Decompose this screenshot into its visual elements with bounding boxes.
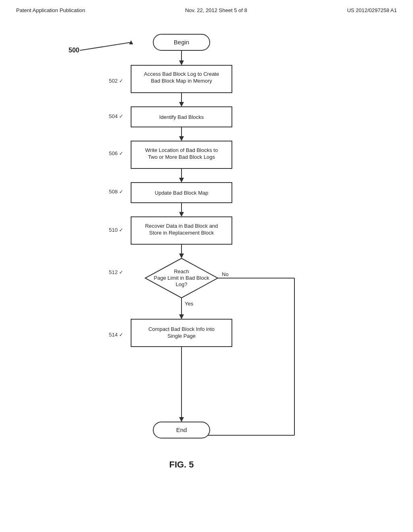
step508-id: 508 ✓ — [109, 189, 123, 195]
step506-id: 506 ✓ — [109, 150, 123, 156]
no-label: No — [222, 271, 229, 277]
svg-rect-5 — [131, 65, 232, 93]
step502-id: 502 ✓ — [109, 78, 123, 84]
step512-id: 512 ✓ — [109, 269, 123, 275]
svg-marker-37 — [179, 314, 184, 319]
svg-text:Page Limit in Bad Block: Page Limit in Bad Block — [154, 275, 209, 281]
svg-text:Reach: Reach — [174, 268, 189, 274]
svg-line-0 — [80, 42, 131, 50]
svg-text:Single Page: Single Page — [167, 333, 196, 339]
svg-text:Write Location of Bad Blocks t: Write Location of Bad Blocks to — [145, 147, 218, 153]
header-left: Patent Application Publication — [16, 7, 85, 13]
svg-text:Recover Data in Bad Block and: Recover Data in Bad Block and — [145, 223, 218, 229]
svg-text:Log?: Log? — [176, 281, 188, 287]
svg-marker-1 — [129, 40, 133, 44]
svg-text:Two or More Bad Block Logs: Two or More Bad Block Logs — [148, 154, 215, 160]
page-header: Patent Application Publication Nov. 22, … — [0, 0, 413, 17]
svg-marker-35 — [196, 433, 201, 438]
svg-rect-19 — [131, 183, 232, 203]
header-middle: Nov. 22, 2012 Sheet 5 of 8 — [185, 7, 247, 13]
svg-rect-14 — [131, 141, 232, 168]
svg-marker-27 — [179, 254, 184, 258]
begin-label: Begin — [174, 39, 189, 46]
svg-rect-43 — [153, 422, 210, 438]
svg-marker-18 — [179, 178, 184, 183]
svg-text:Store in Replacement Block: Store in Replacement Block — [149, 230, 214, 236]
svg-marker-42 — [179, 417, 184, 422]
svg-rect-10 — [131, 107, 232, 127]
diagram-label: 500 — [69, 47, 79, 54]
svg-marker-28 — [145, 258, 218, 298]
svg-marker-4 — [179, 60, 184, 65]
svg-marker-13 — [179, 136, 184, 141]
step514-id: 514 ✓ — [109, 332, 123, 338]
svg-marker-9 — [179, 102, 184, 107]
svg-rect-38 — [131, 319, 232, 347]
header-right: US 2012/0297258 A1 — [347, 7, 397, 13]
svg-text:Compact Bad Block Info into: Compact Bad Block Info into — [148, 326, 215, 332]
flowchart-diagram: 500 Begin 502 ✓ Access Bad Block Log to … — [60, 12, 335, 480]
step504-id: 504 ✓ — [109, 113, 123, 119]
svg-rect-23 — [131, 217, 232, 244]
svg-text:Update Bad Block Map: Update Bad Block Map — [155, 190, 209, 196]
step510-id: 510 ✓ — [109, 227, 123, 233]
svg-marker-22 — [179, 212, 184, 217]
svg-text:Access Bad Block Log to Create: Access Bad Block Log to Create — [144, 71, 219, 77]
fig-caption: FIG. 5 — [169, 459, 194, 470]
svg-text:Identify Bad Blocks: Identify Bad Blocks — [159, 114, 204, 120]
svg-rect-2 — [153, 34, 210, 50]
yes-label: Yes — [185, 301, 194, 307]
end-label: End — [176, 426, 187, 433]
svg-text:Bad Block Map in Memory: Bad Block Map in Memory — [151, 78, 212, 84]
